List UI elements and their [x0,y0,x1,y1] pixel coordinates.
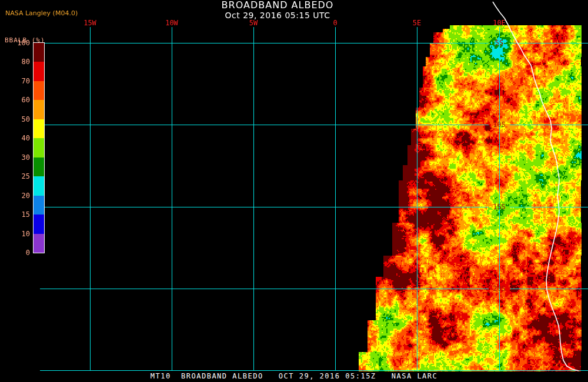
colorbar-tick-label: 25 [2,172,30,180]
parallel-label: 15S [489,203,510,211]
parallel-label: 20S [489,284,510,293]
page-title: BROADBAND ALBEDO [160,0,395,11]
colorbar [33,42,45,253]
colorbar-segment [34,100,44,119]
colorbar-segment [34,215,44,233]
colorbar-tick-label: 80 [2,58,30,66]
timestamp-subtitle: Oct 29, 2016 05:15 UTC [160,11,395,21]
title-block: BROADBAND ALBEDO Oct 29, 2016 05:15 UTC [160,0,395,21]
colorbar-tick-label: 70 [2,77,30,85]
parallel-label: 5S [489,39,510,47]
colorbar-tick-label: 30 [2,153,30,162]
colorbar-segment [34,81,44,100]
meridian-label: 5W [240,19,266,27]
satellite-image-viewport: NASA Langley (M04.0) BROADBAND ALBEDO Oc… [0,0,588,382]
colorbar-tick-label: 60 [2,96,30,104]
footer-bar: MT10 BROADBAND ALBEDO OCT 29, 2016 05:15… [0,371,588,382]
colorbar-tick-label: 0 [2,249,30,257]
colorbar-segment [34,158,44,176]
colorbar-segment [34,234,44,253]
colorbar-tick-label: 100 [2,39,30,47]
colorbar-tick-label: 15 [2,210,30,219]
colorbar-segment [34,43,44,62]
meridian-label: 10W [159,19,185,27]
colorbar-segment [34,196,44,215]
albedo-map-canvas [0,0,588,382]
colorbar-tick-label: 10 [2,230,30,238]
meridian-label: 10E [486,19,512,27]
meridian-label: 0 [322,19,348,27]
parallel-label: 10S [489,120,510,129]
colorbar-segment [34,62,44,81]
colorbar-tick-label: 40 [2,134,30,142]
nasa-credit-label: NASA Langley (M04.0) [5,9,78,17]
footer-caption: MT10 BROADBAND ALBEDO OCT 29, 2016 05:15… [0,371,588,381]
meridian-label: 15W [77,19,103,27]
colorbar-segment [34,119,44,138]
meridian-label: 5E [404,19,430,27]
colorbar-segment [34,138,44,157]
colorbar-tick-label: 20 [2,192,30,200]
colorbar-segment [34,176,44,195]
colorbar-tick-label: 50 [2,115,30,123]
